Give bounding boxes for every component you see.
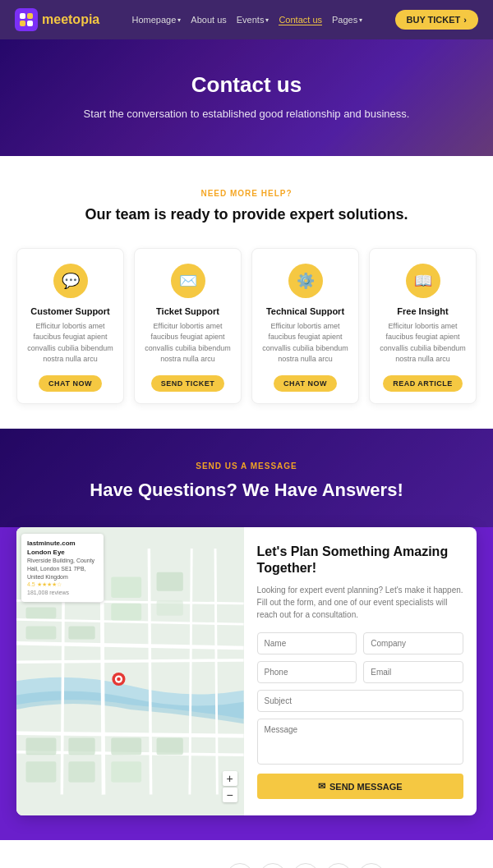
solution-desc-2: Efficitur lobortis amet faucibus feugiat… [260,321,350,365]
form-desc: Looking for expert event planning? Let's… [257,584,463,621]
nav-about[interactable]: About us [191,15,226,25]
svg-rect-24 [157,600,183,615]
social-youtube[interactable] [358,863,385,868]
solution-title-1: Ticket Support [143,306,233,316]
solution-title-2: Technical Support [260,306,350,316]
solution-btn-2[interactable]: CHAT NOW [274,375,337,392]
nav-contact[interactable]: Contact us [279,15,322,25]
svg-rect-2 [20,21,25,26]
map-bg: lastminute.com London Eye Riverside Buil… [16,527,244,816]
svg-rect-21 [26,607,57,618]
questions-title: Have Questions? We Have Answers! [16,479,477,503]
solution-btn-1[interactable]: SEND TICKET [151,375,225,392]
svg-rect-1 [27,13,33,19]
send-message-button[interactable]: ✉ SEND MESSAGE [257,774,463,799]
solution-icon-3: 📖 [406,264,440,298]
buy-ticket-button[interactable]: BUY TICKET › [395,10,478,30]
map-container: lastminute.com London Eye Riverside Buil… [16,527,244,816]
solution-btn-0[interactable]: CHAT NOW [39,375,102,392]
social-facebook[interactable] [227,863,253,868]
svg-rect-19 [111,576,141,597]
solutions-tag: NEED MORE HELP? [16,189,477,198]
svg-rect-22 [26,626,57,639]
map-zoom[interactable]: + − [223,771,237,802]
map-info-box: lastminute.com London Eye Riverside Buil… [21,534,104,602]
nav-pages[interactable]: Pages ▾ [332,15,362,25]
social-section: Follow our social [0,840,493,868]
phone-input[interactable] [257,661,357,683]
svg-rect-27 [111,737,141,755]
svg-rect-31 [111,761,141,782]
solution-desc-1: Efficitur lobortis amet faucibus feugiat… [143,321,233,365]
questions-tag: SEND US A MESSAGE [16,462,477,471]
svg-rect-25 [26,737,57,755]
logo[interactable]: meetopia [15,8,99,31]
questions-section: SEND US A MESSAGE Have Questions? We Hav… [0,429,493,527]
solution-icon-0: 💬 [53,264,88,298]
solution-icon-1: ✉️ [171,264,205,298]
solutions-grid: 💬 Customer Support Efficitur lobortis am… [16,248,477,404]
message-input[interactable] [257,719,463,765]
solution-card-2: ⚙️ Technical Support Efficitur lobortis … [251,248,359,404]
subject-input[interactable] [257,690,463,712]
solutions-title: Our team is ready to provide expert solu… [16,204,477,225]
hero-title: Contact us [16,72,477,98]
svg-rect-18 [68,626,94,639]
nav-links: Homepage ▾ About us Events ▾ Contact us … [132,15,363,25]
solution-title-3: Free Insight [378,306,468,316]
company-input[interactable] [363,632,463,654]
logo-text: meetopia [42,12,99,27]
solution-icon-2: ⚙️ [288,264,323,298]
svg-rect-23 [111,603,141,620]
svg-rect-29 [26,761,57,782]
social-instagram[interactable] [260,863,286,868]
social-icons [227,863,385,868]
social-twitter[interactable] [325,863,352,868]
navbar: meetopia Homepage ▾ About us Events ▾ Co… [0,0,493,39]
name-input[interactable] [257,632,357,654]
svg-rect-3 [27,21,33,26]
hero-section: Contact us Start the conversation to est… [0,39,493,156]
nav-events[interactable]: Events ▾ [237,15,270,25]
contact-form-section: lastminute.com London Eye Riverside Buil… [0,527,493,841]
zoom-in-button[interactable]: + [223,771,237,786]
solution-title-0: Customer Support [25,306,115,316]
svg-point-34 [117,677,121,681]
social-linkedin[interactable] [293,863,319,868]
solution-btn-3[interactable]: READ ARTICLE [383,375,463,392]
svg-line-13 [149,549,150,795]
solution-card-0: 💬 Customer Support Efficitur lobortis am… [16,248,124,404]
nav-homepage[interactable]: Homepage ▾ [132,15,182,25]
solution-card-3: 📖 Free Insight Efficitur lobortis amet f… [369,248,477,404]
form-title: Let's Plan Something Amazing Together! [257,544,463,578]
contact-form-inner: lastminute.com London Eye Riverside Buil… [16,527,477,816]
svg-rect-0 [20,13,25,19]
solution-desc-3: Efficitur lobortis amet faucibus feugiat… [378,321,468,365]
zoom-out-button[interactable]: − [223,788,237,802]
email-input[interactable] [363,661,463,683]
solutions-section: NEED MORE HELP? Our team is ready to pro… [0,156,493,429]
hero-subtitle: Start the conversation to established go… [16,106,477,123]
solution-card-1: ✉️ Ticket Support Efficitur lobortis ame… [134,248,242,404]
svg-line-6 [16,660,244,662]
svg-rect-28 [157,737,183,755]
solution-desc-0: Efficitur lobortis amet faucibus feugiat… [25,321,115,365]
svg-rect-26 [68,737,94,755]
svg-rect-30 [68,761,94,782]
contact-form: Let's Plan Something Amazing Together! L… [244,527,477,816]
logo-icon [15,8,38,31]
svg-rect-20 [157,572,183,590]
